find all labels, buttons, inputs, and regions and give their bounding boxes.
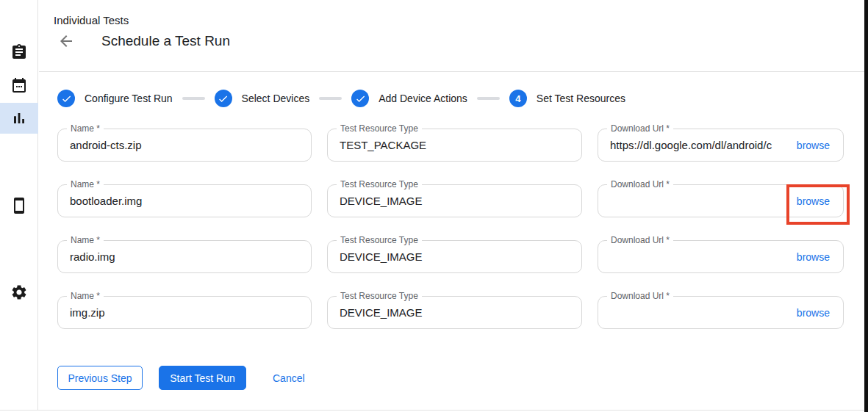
breadcrumb: Individual Tests: [54, 14, 129, 26]
check-icon: [61, 93, 72, 104]
download-url-label: Download Url *: [607, 179, 673, 189]
test-resource-type-value: DEVICE_IMAGE: [340, 250, 571, 263]
previous-step-button[interactable]: Previous Step: [57, 366, 143, 390]
name-field[interactable]: Name * bootloader.img: [57, 184, 312, 217]
name-field-label: Name *: [67, 123, 104, 134]
bottom-divider: [0, 410, 864, 411]
step-label: Select Devices: [242, 93, 310, 104]
step-complete-icon: [57, 90, 75, 107]
name-field-label: Name *: [67, 291, 104, 301]
name-field-label: Name *: [67, 179, 104, 189]
browse-link-wrapper: browse: [794, 297, 833, 328]
back-button[interactable]: [57, 32, 75, 50]
step-label: Add Device Actions: [379, 93, 467, 104]
test-resource-type-label: Test Resource Type: [337, 235, 422, 245]
test-resource-type-value: DEVICE_IMAGE: [340, 195, 571, 207]
cancel-button[interactable]: Cancel: [273, 372, 305, 384]
download-url-label: Download Url *: [607, 123, 673, 134]
sidebar-item-test-runs[interactable]: [0, 103, 38, 134]
sidebar-item-settings[interactable]: [0, 277, 38, 308]
download-url-field[interactable]: Download Url * https://dl.google.com/dl/…: [598, 129, 844, 162]
step-select-devices[interactable]: Select Devices: [215, 90, 310, 107]
arrow-back-icon: [57, 32, 75, 50]
name-field-value: img.zip: [70, 306, 301, 319]
step-connector: [319, 97, 342, 100]
start-test-run-button[interactable]: Start Test Run: [159, 366, 246, 390]
smartphone-icon: [10, 197, 28, 214]
sidebar-item-devices[interactable]: [0, 190, 38, 221]
header-divider: [39, 71, 864, 72]
download-url-label: Download Url *: [607, 291, 673, 301]
download-url-field[interactable]: Download Url * browse: [598, 296, 844, 329]
test-resource-type-value: TEST_PACKAGE: [340, 139, 571, 151]
step-connector: [182, 97, 205, 100]
test-resource-type-value: DEVICE_IMAGE: [340, 306, 571, 319]
test-resource-type-label: Test Resource Type: [337, 179, 422, 189]
step-connector: [477, 97, 500, 100]
browse-link[interactable]: browse: [797, 251, 830, 263]
name-field[interactable]: Name * android-cts.zip: [57, 129, 312, 162]
name-field-value: bootloader.img: [70, 195, 301, 207]
step-add-device-actions[interactable]: Add Device Actions: [351, 90, 467, 107]
check-icon: [355, 93, 366, 104]
test-resource-type-field[interactable]: Test Resource Type TEST_PACKAGE: [327, 129, 582, 162]
browse-link[interactable]: browse: [797, 140, 830, 151]
name-field[interactable]: Name * radio.img: [57, 240, 312, 273]
stepper: Configure Test Run Select Devices Add De…: [57, 90, 625, 107]
download-url-value: https://dl.google.com/dl/android/c: [610, 139, 794, 151]
download-url-field[interactable]: Download Url * browse: [598, 184, 844, 217]
download-url-field[interactable]: Download Url * browse: [598, 240, 844, 273]
gear-icon: [10, 283, 28, 301]
test-resource-type-label: Test Resource Type: [337, 291, 422, 301]
sidebar-item-tests[interactable]: [0, 37, 38, 68]
browse-link-wrapper: browse: [794, 129, 833, 161]
name-field-value: radio.img: [70, 250, 301, 263]
step-complete-icon: [215, 90, 232, 107]
browse-link-wrapper: browse: [794, 241, 833, 272]
name-field[interactable]: Name * img.zip: [57, 296, 312, 329]
sidebar-item-plans[interactable]: [0, 70, 38, 101]
sidebar: [0, 0, 38, 410]
step-number-badge: 4: [509, 90, 527, 107]
footer-actions: Previous Step Start Test Run Cancel: [57, 366, 305, 390]
browse-link[interactable]: browse: [797, 307, 830, 319]
step-configure-test-run[interactable]: Configure Test Run: [57, 90, 173, 107]
name-field-label: Name *: [67, 235, 104, 245]
clipboard-icon: [10, 43, 28, 61]
calendar-icon: [10, 76, 28, 94]
step-label: Set Test Resources: [537, 93, 625, 104]
step-set-test-resources[interactable]: 4 Set Test Resources: [509, 90, 625, 107]
browse-link[interactable]: browse: [797, 195, 830, 207]
step-number: 4: [515, 93, 520, 104]
resource-grid: Name * android-cts.zip Test Resource Typ…: [57, 129, 846, 329]
window-edge: [864, 0, 868, 412]
test-resource-type-field[interactable]: Test Resource Type DEVICE_IMAGE: [327, 240, 582, 273]
step-complete-icon: [351, 90, 369, 107]
browse-link-wrapper: browse: [794, 185, 833, 217]
test-resource-type-field[interactable]: Test Resource Type DEVICE_IMAGE: [327, 296, 582, 329]
download-url-label: Download Url *: [607, 235, 673, 245]
step-label: Configure Test Run: [85, 93, 173, 104]
check-icon: [218, 93, 229, 104]
name-field-value: android-cts.zip: [70, 139, 301, 151]
test-resource-type-label: Test Resource Type: [337, 123, 422, 134]
test-resource-type-field[interactable]: Test Resource Type DEVICE_IMAGE: [327, 184, 582, 217]
app-window: Individual Tests Schedule a Test Run Con…: [0, 0, 868, 412]
bar-chart-icon: [10, 109, 28, 127]
page-title: Schedule a Test Run: [101, 33, 230, 49]
